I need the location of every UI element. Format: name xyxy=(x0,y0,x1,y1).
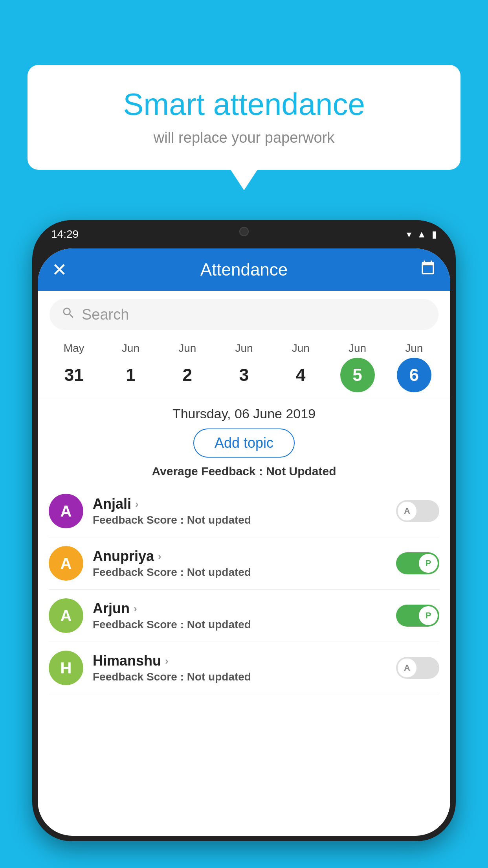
month-jun6: Jun xyxy=(386,342,442,355)
student-info[interactable]: Arjun › Feedback Score : Not updated xyxy=(93,600,387,631)
battery-icon: ▮ xyxy=(432,229,437,240)
student-name: Himanshu › xyxy=(93,653,387,669)
list-item: A Anjali › Feedback Score : Not updated … xyxy=(49,485,439,537)
student-info[interactable]: Anjali › Feedback Score : Not updated xyxy=(93,496,387,526)
wifi-icon: ▾ xyxy=(407,229,411,240)
student-feedback: Feedback Score : Not updated xyxy=(93,671,387,683)
avg-feedback-value: Not Updated xyxy=(266,465,336,478)
date-5-today[interactable]: 5 xyxy=(340,358,375,392)
chevron-right-icon: › xyxy=(158,550,161,563)
avatar: A xyxy=(49,598,83,633)
student-info[interactable]: Himanshu › Feedback Score : Not updated xyxy=(93,653,387,683)
search-bar[interactable]: Search xyxy=(50,299,438,330)
camera xyxy=(239,227,249,236)
student-name: Anjali › xyxy=(93,496,387,512)
selected-date-label: Thursday, 06 June 2019 xyxy=(38,406,450,421)
search-icon xyxy=(61,306,75,324)
avg-feedback: Average Feedback : Not Updated xyxy=(38,465,450,478)
status-time: 14:29 xyxy=(51,228,79,241)
phone-notch xyxy=(222,220,266,243)
month-may: May xyxy=(46,342,102,355)
month-jun2: Jun xyxy=(159,342,216,355)
student-feedback: Feedback Score : Not updated xyxy=(93,566,387,579)
attendance-toggle[interactable]: P xyxy=(396,552,439,574)
add-topic-button[interactable]: Add topic xyxy=(193,428,295,458)
date-1[interactable]: 1 xyxy=(102,358,159,392)
toggle-knob: A xyxy=(398,658,416,677)
chevron-right-icon: › xyxy=(165,655,169,667)
date-3[interactable]: 3 xyxy=(216,358,272,392)
month-row: May Jun Jun Jun Jun Jun Jun xyxy=(46,342,442,355)
date-31[interactable]: 31 xyxy=(46,358,102,392)
selected-date-section: Thursday, 06 June 2019 Add topic Average… xyxy=(38,398,450,485)
toggle-knob: P xyxy=(419,606,438,625)
toggle-knob: P xyxy=(419,554,438,573)
avatar: A xyxy=(49,546,83,581)
student-name: Arjun › xyxy=(93,600,387,617)
phone-wrapper: 14:29 ▾ ▲ ▮ ✕ Attendance xyxy=(32,220,456,868)
chevron-right-icon: › xyxy=(134,603,137,615)
month-jun1: Jun xyxy=(102,342,159,355)
page-title: Attendance xyxy=(200,260,288,280)
student-name: Anupriya › xyxy=(93,548,387,565)
avatar: A xyxy=(49,494,83,528)
student-feedback: Feedback Score : Not updated xyxy=(93,618,387,631)
avatar: H xyxy=(49,651,83,685)
search-placeholder: Search xyxy=(82,306,129,323)
signal-icon: ▲ xyxy=(417,229,426,240)
speech-bubble: Smart attendance will replace your paper… xyxy=(28,65,460,170)
bubble-subtitle: will replace your paperwork xyxy=(51,129,437,146)
status-icons: ▾ ▲ ▮ xyxy=(407,229,437,240)
calendar: May Jun Jun Jun Jun Jun Jun 31 1 2 3 4 5… xyxy=(38,338,450,392)
list-item: H Himanshu › Feedback Score : Not update… xyxy=(49,642,439,694)
month-jun3: Jun xyxy=(216,342,272,355)
phone-screen: ✕ Attendance Search xyxy=(38,248,450,836)
list-item: A Arjun › Feedback Score : Not updated P xyxy=(49,590,439,642)
student-list: A Anjali › Feedback Score : Not updated … xyxy=(38,485,450,694)
chevron-right-icon: › xyxy=(135,498,139,510)
avg-feedback-label: Average Feedback : xyxy=(152,465,262,478)
attendance-toggle[interactable]: P xyxy=(396,605,439,627)
calendar-icon[interactable] xyxy=(420,260,436,280)
month-jun5: Jun xyxy=(329,342,385,355)
month-jun4: Jun xyxy=(272,342,329,355)
attendance-toggle[interactable]: A xyxy=(396,657,439,679)
bubble-title: Smart attendance xyxy=(51,86,437,122)
toggle-knob: A xyxy=(398,502,416,520)
date-4[interactable]: 4 xyxy=(272,358,329,392)
date-2[interactable]: 2 xyxy=(159,358,216,392)
attendance-toggle[interactable]: A xyxy=(396,500,439,522)
date-6-selected[interactable]: 6 xyxy=(397,358,431,392)
date-row: 31 1 2 3 4 5 6 xyxy=(46,358,442,392)
list-item: A Anupriya › Feedback Score : Not update… xyxy=(49,537,439,590)
student-info[interactable]: Anupriya › Feedback Score : Not updated xyxy=(93,548,387,579)
student-feedback: Feedback Score : Not updated xyxy=(93,514,387,526)
close-button[interactable]: ✕ xyxy=(52,259,67,280)
phone-frame: 14:29 ▾ ▲ ▮ ✕ Attendance xyxy=(32,220,456,841)
app-header: ✕ Attendance xyxy=(38,248,450,291)
